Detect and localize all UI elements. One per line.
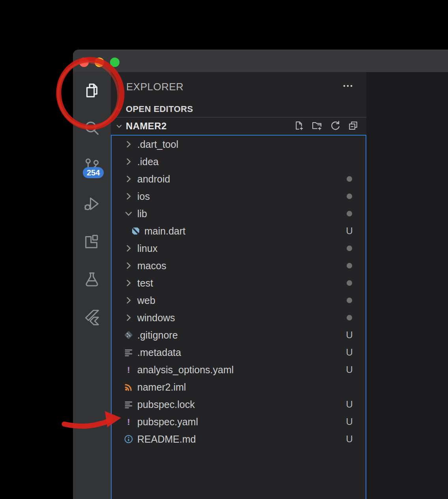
tree-item-linux[interactable]: linux [112,240,366,257]
untracked-badge: U [344,330,355,341]
untracked-badge: U [344,347,355,358]
tree-item-metadata[interactable]: .metadataU [112,344,366,361]
activity-item-extensions[interactable] [73,223,111,261]
traffic-light-minimize[interactable] [95,58,104,67]
modified-dot [344,246,355,251]
yaml-warning-icon: ! [123,365,134,375]
folder-label: web [137,295,155,306]
untracked-badge: U [344,416,355,427]
tree-item-ios[interactable]: ios [112,188,366,205]
chevron-right-icon [123,313,134,323]
chevron-right-icon [123,295,134,305]
untracked-badge: U [344,399,355,410]
sidebar-title: EXPLORER [126,81,341,93]
activity-item-explorer[interactable] [73,72,111,110]
source-control-badge: 254 [83,167,104,178]
untracked-badge: U [344,225,355,236]
tree-item-namer2-iml[interactable]: namer2.iml [112,378,366,396]
more-actions-button[interactable] [341,80,355,93]
tree-item-android[interactable]: android [112,170,366,188]
modified-dot [344,176,355,182]
modified-dot [344,263,355,268]
file-label: namer2.iml [137,382,186,393]
new-file-icon [293,120,304,132]
file-label: README.md [137,434,196,445]
activity-bar: 254 [73,72,111,499]
project-section-header[interactable]: NAMER2 [111,117,366,135]
screenshot-background: 254 EXPLORER OPE [0,0,448,499]
file-label: .metadata [137,347,181,358]
chevron-down-icon [123,209,134,219]
section-label: OPEN EDITORS [126,104,193,114]
chevron-down-icon [115,122,123,130]
project-name-label: NAMER2 [126,121,167,132]
traffic-light-close[interactable] [79,58,89,67]
open-editors-section-header[interactable]: OPEN EDITORS [111,101,366,117]
editor-area [366,72,448,499]
yaml-warning-icon: ! [123,417,134,427]
chevron-right-icon [123,174,134,184]
activity-item-source-control[interactable]: 254 [73,148,111,186]
folder-label: test [137,277,153,289]
ellipsis-icon [342,80,354,93]
new-file-button[interactable] [293,121,304,132]
activity-item-flutter[interactable] [73,299,111,337]
tree-item-test[interactable]: test [112,274,366,292]
folder-label: linux [137,243,157,254]
title-bar [73,50,448,72]
tree-item-web[interactable]: web [112,292,366,309]
dart-icon [131,226,141,236]
folder-label: windows [137,312,175,324]
file-label: pubspec.yaml [137,416,198,428]
project-actions [293,121,358,132]
traffic-light-zoom[interactable] [110,58,119,67]
chevron-right-icon [123,139,134,149]
folder-label: macos [137,260,166,272]
file-tree: .dart_tool.ideaandroidioslibmain.dartUli… [111,135,366,499]
tree-item-pubspec-lock[interactable]: pubspec.lockU [112,396,366,413]
modified-dot [344,280,355,286]
tree-item-main-dart[interactable]: main.dartU [112,222,366,240]
tree-item-windows[interactable]: windows [112,309,366,326]
tree-item-idea[interactable]: .idea [112,153,366,170]
tree-item-pubspec-yaml[interactable]: !pubspec.yamlU [112,413,366,430]
tree-item-macos[interactable]: macos [112,257,366,274]
tree-item-lib[interactable]: lib [112,205,366,222]
new-folder-button[interactable] [312,121,322,132]
untracked-badge: U [344,364,355,375]
file-label: analysis_options.yaml [137,364,234,376]
activity-item-run-and-debug[interactable] [73,186,111,223]
new-folder-icon [312,120,322,132]
info-icon [123,434,134,444]
git-icon [123,330,134,340]
folder-label: .idea [137,156,159,168]
file-label: .gitignore [137,330,178,341]
folder-label: ios [137,191,150,202]
modified-dot [344,315,355,320]
explorer-sidebar: EXPLORER OPEN EDITORS [111,72,366,499]
tree-item-analysis-options-yaml[interactable]: !analysis_options.yamlU [112,361,366,378]
activity-item-search[interactable] [73,110,111,148]
debug-icon [83,195,101,214]
chevron-right-icon [123,261,134,271]
folder-label: lib [137,208,147,220]
tree-item-readme-md[interactable]: README.mdU [112,430,366,448]
window-body: 254 EXPLORER OPE [73,72,448,499]
collapse-folders-in-explorer-button[interactable] [348,121,358,132]
svg-text:!: ! [127,417,130,427]
search-icon [83,119,101,139]
chevron-right-icon [123,156,134,167]
tree-item-dart-tool[interactable]: .dart_tool [112,136,366,153]
folder-label: android [137,173,170,185]
tree-item-gitignore[interactable]: .gitignoreU [112,326,366,344]
untracked-badge: U [344,434,355,445]
refresh-icon [330,120,340,132]
file-label: main.dart [144,225,185,237]
file-label: pubspec.lock [137,399,195,410]
activity-item-testing[interactable] [73,261,111,299]
refresh-explorer-button[interactable] [330,121,340,132]
modified-dot [344,194,355,199]
vscode-window: 254 EXPLORER OPE [73,50,448,499]
chevron-down-icon [115,105,123,114]
chevron-right-icon [123,278,134,288]
